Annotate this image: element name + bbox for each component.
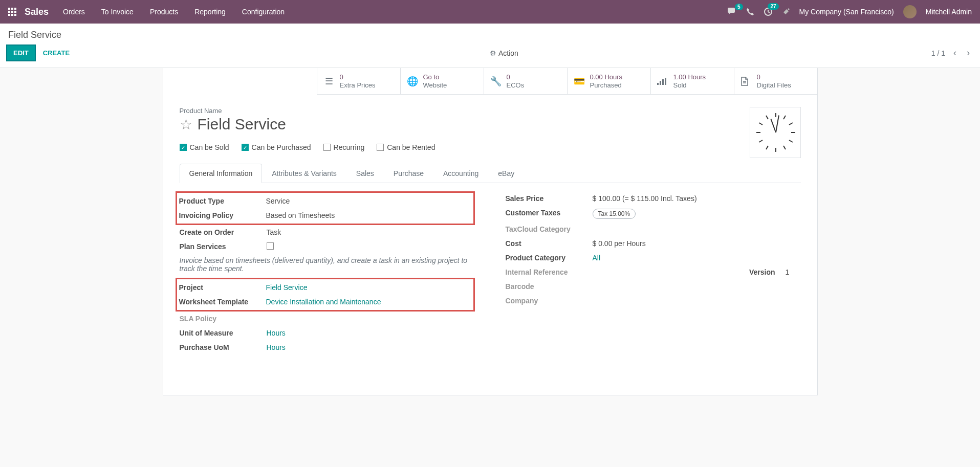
purchase-uom-value[interactable]: Hours (267, 343, 475, 351)
purchase-uom-label: Purchase UoM (180, 343, 267, 351)
company-selector[interactable]: My Company (San Francisco) (799, 8, 894, 16)
product-type-label: Product Type (179, 197, 266, 205)
sla-policy-label: SLA Policy (180, 315, 267, 323)
taxcloud-label: TaxCloud Category (506, 225, 593, 233)
invoicing-help-text: Invoice based on timesheets (delivered q… (180, 254, 475, 278)
create-on-order-label: Create on Order (180, 228, 267, 236)
favorite-star-icon[interactable]: ☆ (180, 116, 192, 133)
stat-ecos[interactable]: 🔧 0ECOs (484, 68, 567, 94)
nav-configuration[interactable]: Configuration (242, 8, 285, 16)
product-category-value[interactable]: All (593, 254, 801, 262)
create-on-order-value: Task (267, 228, 475, 236)
can-be-purchased-checkbox[interactable]: ✓Can be Purchased (242, 143, 311, 151)
tab-attributes-variants[interactable]: Attributes & Variants (262, 164, 346, 183)
activities-badge: 27 (768, 3, 778, 10)
file-icon (741, 77, 752, 86)
tab-content: Product Type Service Invoicing Policy Ba… (180, 183, 801, 363)
nav-to-invoice[interactable]: To Invoice (101, 8, 134, 16)
internal-reference-label: Internal Reference (506, 268, 593, 276)
customer-taxes-value: Tax 15.00% (593, 209, 801, 219)
nav-products[interactable]: Products (150, 8, 178, 16)
product-category-label: Product Category (506, 254, 593, 262)
product-options: ✓Can be Sold ✓Can be Purchased Recurring… (180, 143, 801, 151)
tab-sales[interactable]: Sales (346, 164, 384, 183)
stat-sold[interactable]: 1.00 HoursSold (650, 68, 734, 94)
nav-orders[interactable]: Orders (63, 8, 85, 16)
pager-next[interactable]: › (965, 48, 972, 58)
worksheet-template-value[interactable]: Device Installation and Maintenance (266, 298, 471, 306)
avatar[interactable] (903, 5, 917, 18)
stat-extra-prices[interactable]: ☰ 0Extra Prices (317, 68, 400, 94)
top-nav: Orders To Invoice Products Reporting Con… (63, 8, 728, 16)
customer-taxes-label: Customer Taxes (506, 209, 593, 217)
tab-ebay[interactable]: eBay (488, 164, 524, 183)
project-label: Project (179, 283, 266, 292)
user-menu[interactable]: Mitchell Admin (926, 8, 972, 16)
stat-website[interactable]: 🌐 Go toWebsite (400, 68, 484, 94)
svg-rect-1 (657, 83, 659, 85)
pager-prev[interactable]: ‹ (951, 48, 959, 58)
cost-value: $ 0.00 per Hours (593, 239, 801, 248)
stat-purchased[interactable]: 💳 0.00 HoursPurchased (567, 68, 650, 94)
highlight-box-2: Project Field Service Worksheet Template… (176, 278, 475, 312)
uom-label: Unit of Measure (180, 329, 267, 337)
tab-purchase[interactable]: Purchase (384, 164, 433, 183)
invoicing-policy-label: Invoicing Policy (179, 211, 266, 219)
clock-icon (755, 112, 796, 153)
bars-icon (657, 78, 668, 85)
activities-icon[interactable]: 27 (764, 7, 773, 16)
product-type-value: Service (266, 197, 471, 205)
card-icon: 💳 (574, 76, 585, 87)
gear-icon: ⚙ (490, 49, 496, 57)
sales-price-label: Sales Price (506, 194, 593, 203)
worksheet-template-label: Worksheet Template (179, 298, 266, 306)
plan-services-checkbox[interactable] (267, 242, 475, 251)
stat-digital-files[interactable]: 0Digital Files (734, 68, 817, 94)
project-value[interactable]: Field Service (266, 283, 471, 292)
recurring-checkbox[interactable]: Recurring (323, 143, 365, 151)
version-label: Version (749, 268, 775, 276)
svg-rect-3 (662, 79, 664, 85)
version-value: 1 (786, 268, 801, 276)
plan-services-label: Plan Services (180, 242, 267, 251)
messages-icon[interactable]: 5 (728, 8, 737, 16)
action-bar: EDIT CREATE ⚙Action 1 / 1 ‹ › (0, 40, 980, 68)
topbar-right: 5 27 My Company (San Francisco) Mitchell… (728, 5, 972, 18)
topbar: Sales Orders To Invoice Products Reporti… (0, 0, 980, 24)
phone-icon[interactable] (746, 8, 754, 16)
svg-rect-2 (660, 81, 661, 85)
can-be-rented-checkbox[interactable]: Can be Rented (377, 143, 435, 151)
messages-badge: 5 (735, 4, 743, 10)
breadcrumb-bar: Field Service (0, 24, 980, 40)
svg-rect-4 (665, 78, 666, 85)
apps-icon[interactable] (8, 8, 16, 16)
pager: 1 / 1 ‹ › (931, 48, 972, 58)
nav-reporting[interactable]: Reporting (194, 8, 226, 16)
sales-price-value: $ 100.00 (= $ 115.00 Incl. Taxes) (593, 194, 801, 203)
action-dropdown[interactable]: ⚙Action (490, 49, 518, 57)
invoicing-policy-value: Based on Timesheets (266, 211, 471, 219)
right-column: Sales Price $ 100.00 (= $ 115.00 Incl. T… (506, 191, 801, 354)
action-label: Action (498, 49, 518, 57)
wrench-icon: 🔧 (490, 76, 502, 87)
product-image[interactable] (750, 107, 801, 158)
globe-icon: 🌐 (407, 76, 418, 87)
left-column: Product Type Service Invoicing Policy Ba… (180, 191, 475, 354)
tab-accounting[interactable]: Accounting (433, 164, 488, 183)
pager-text: 1 / 1 (931, 49, 945, 57)
create-button[interactable]: CREATE (36, 46, 77, 60)
stat-buttons: ☰ 0Extra Prices 🌐 Go toWebsite 🔧 0ECOs 💳… (317, 68, 817, 95)
form-sheet: ☰ 0Extra Prices 🌐 Go toWebsite 🔧 0ECOs 💳… (163, 68, 818, 395)
barcode-label: Barcode (506, 282, 593, 291)
company-label: Company (506, 297, 593, 305)
debug-icon[interactable] (782, 8, 790, 16)
edit-button[interactable]: EDIT (6, 45, 36, 61)
tab-general-information[interactable]: General Information (180, 164, 263, 183)
product-name-label: Product Name (180, 107, 801, 115)
can-be-sold-checkbox[interactable]: ✓Can be Sold (180, 143, 229, 151)
cost-label: Cost (506, 239, 593, 248)
app-brand[interactable]: Sales (25, 7, 49, 17)
product-name: Field Service (198, 116, 286, 133)
tax-badge[interactable]: Tax 15.00% (593, 209, 636, 219)
uom-value[interactable]: Hours (267, 329, 475, 337)
